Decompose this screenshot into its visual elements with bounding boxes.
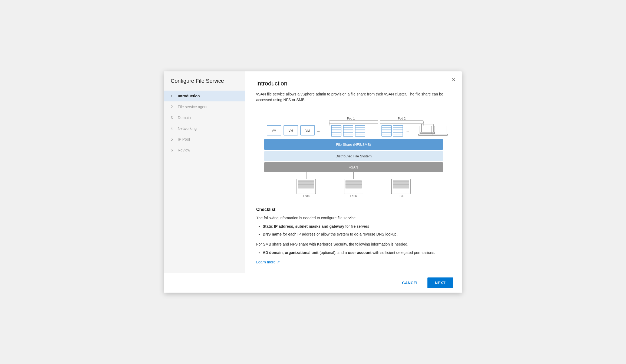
step-num-6: 6 xyxy=(171,148,175,152)
dialog-footer: CANCEL NEXT xyxy=(164,273,462,293)
sidebar-label-networking: Networking xyxy=(178,126,197,131)
close-button[interactable]: × xyxy=(452,77,455,83)
sidebar-label-file-service-agent: File service agent xyxy=(178,105,207,109)
svg-text:File Share (NFS/SMB): File Share (NFS/SMB) xyxy=(336,143,371,147)
sidebar-label-introduction: Introduction xyxy=(178,94,200,98)
svg-rect-48 xyxy=(434,126,446,134)
checklist-bullets-2: AD domain, organizational unit (optional… xyxy=(256,250,451,256)
step-num-5: 5 xyxy=(171,137,175,141)
sidebar-item-review[interactable]: 6 Review xyxy=(164,145,245,155)
svg-text:...: ... xyxy=(317,128,320,133)
smb-description: For SMB share and NFS share with Kerbero… xyxy=(256,241,451,247)
checklist-description: The following information is needed to c… xyxy=(256,215,451,221)
learn-more-link[interactable]: Learn more ↗ xyxy=(256,260,280,264)
bullet-ad: AD domain, organizational unit (optional… xyxy=(263,250,451,256)
configure-file-service-dialog: Configure File Service 1 Introduction 2 … xyxy=(164,71,462,293)
sidebar-label-domain: Domain xyxy=(178,115,191,120)
svg-text:Pod 1: Pod 1 xyxy=(347,117,355,120)
step-num-3: 3 xyxy=(171,115,175,120)
intro-text: vSAN file service allows a vSphere admin… xyxy=(256,91,451,103)
sidebar-item-introduction[interactable]: 1 Introduction xyxy=(164,91,245,101)
svg-text:VM: VM xyxy=(272,129,276,132)
svg-text:ESXi: ESXi xyxy=(398,194,404,198)
sidebar-item-file-service-agent[interactable]: 2 File service agent xyxy=(164,101,245,112)
svg-rect-47 xyxy=(419,134,433,135)
sidebar-label-review: Review xyxy=(178,148,190,152)
dialog-title: Configure File Service xyxy=(164,78,245,91)
main-content: × Introduction vSAN file service allows … xyxy=(245,71,462,273)
svg-text:VM: VM xyxy=(289,129,293,132)
checklist-bullets-1: Static IP address, subnet masks and gate… xyxy=(256,224,451,237)
svg-text:VM: VM xyxy=(305,129,310,132)
svg-rect-29 xyxy=(380,121,423,123)
learn-more-label: Learn more xyxy=(256,260,276,264)
svg-text:ESXi: ESXi xyxy=(350,194,357,198)
svg-text:ESXi: ESXi xyxy=(303,194,309,198)
bullet-2: DNS name for each IP address or allow th… xyxy=(263,231,451,237)
external-link-icon: ↗ xyxy=(277,260,280,264)
svg-text:...: ... xyxy=(406,128,409,133)
sidebar-item-networking[interactable]: 4 Networking xyxy=(164,123,245,134)
sidebar: Configure File Service 1 Introduction 2 … xyxy=(164,71,245,273)
bullet-1: Static IP address, subnet masks and gate… xyxy=(263,224,451,229)
sidebar-label-ip-pool: IP Pool xyxy=(178,137,190,141)
checklist-title: Checklist xyxy=(256,207,451,212)
next-button[interactable]: NEXT xyxy=(427,277,453,288)
page-title: Introduction xyxy=(256,80,451,87)
svg-rect-51 xyxy=(420,132,435,134)
sidebar-item-domain[interactable]: 3 Domain xyxy=(164,112,245,123)
svg-text:vSAN: vSAN xyxy=(349,165,358,169)
step-num-2: 2 xyxy=(171,105,175,109)
cancel-button[interactable]: CANCEL xyxy=(397,278,424,288)
step-num-4: 4 xyxy=(171,126,175,131)
svg-text:Pod 2: Pod 2 xyxy=(398,117,406,120)
step-num-1: 1 xyxy=(171,94,175,98)
svg-rect-49 xyxy=(433,134,447,135)
svg-text:Distributed File System: Distributed File System xyxy=(335,154,372,158)
sidebar-item-ip-pool[interactable]: 5 IP Pool xyxy=(164,134,245,145)
architecture-diagram: VM VM VM ... Pod 1 xyxy=(256,109,451,198)
svg-rect-7 xyxy=(329,121,378,123)
